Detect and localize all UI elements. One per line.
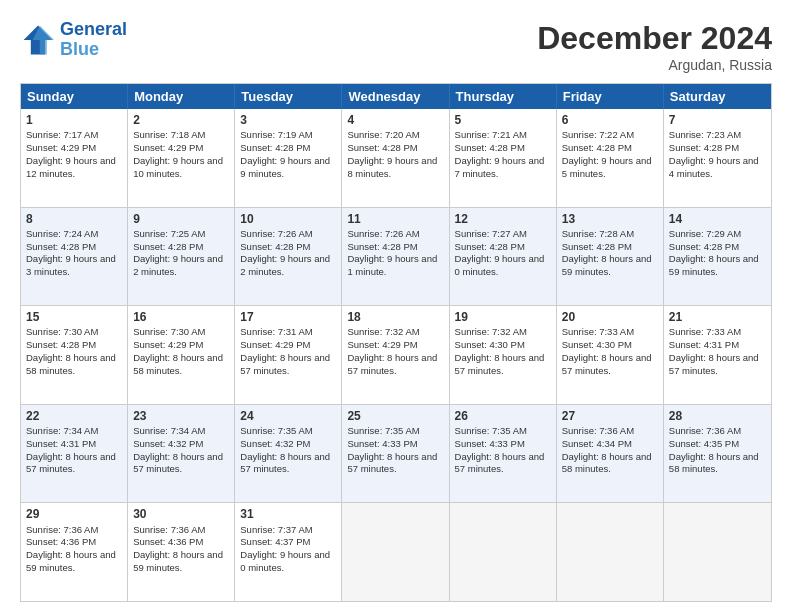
- calendar-cell: 23Sunrise: 7:34 AMSunset: 4:32 PMDayligh…: [128, 405, 235, 503]
- sunset-text: Sunset: 4:30 PM: [455, 339, 551, 352]
- calendar-cell: 6Sunrise: 7:22 AMSunset: 4:28 PMDaylight…: [557, 109, 664, 207]
- calendar-cell: 7Sunrise: 7:23 AMSunset: 4:28 PMDaylight…: [664, 109, 771, 207]
- daylight-text: Daylight: 9 hours and 7 minutes.: [455, 155, 551, 181]
- day-number: 27: [562, 408, 658, 424]
- calendar-cell: 19Sunrise: 7:32 AMSunset: 4:30 PMDayligh…: [450, 306, 557, 404]
- sunrise-text: Sunrise: 7:30 AM: [26, 326, 122, 339]
- sunset-text: Sunset: 4:28 PM: [240, 142, 336, 155]
- sunrise-text: Sunrise: 7:32 AM: [347, 326, 443, 339]
- daylight-text: Daylight: 9 hours and 9 minutes.: [240, 155, 336, 181]
- day-number: 18: [347, 309, 443, 325]
- sunset-text: Sunset: 4:28 PM: [26, 339, 122, 352]
- daylight-text: Daylight: 9 hours and 2 minutes.: [133, 253, 229, 279]
- daylight-text: Daylight: 8 hours and 58 minutes.: [133, 352, 229, 378]
- sunset-text: Sunset: 4:28 PM: [669, 142, 766, 155]
- calendar-cell: 9Sunrise: 7:25 AMSunset: 4:28 PMDaylight…: [128, 208, 235, 306]
- sunrise-text: Sunrise: 7:35 AM: [347, 425, 443, 438]
- day-number: 20: [562, 309, 658, 325]
- sunset-text: Sunset: 4:31 PM: [669, 339, 766, 352]
- calendar-cell: 17Sunrise: 7:31 AMSunset: 4:29 PMDayligh…: [235, 306, 342, 404]
- day-number: 24: [240, 408, 336, 424]
- header: General Blue December 2024 Argudan, Russ…: [20, 20, 772, 73]
- daylight-text: Daylight: 8 hours and 57 minutes.: [347, 451, 443, 477]
- sunset-text: Sunset: 4:32 PM: [133, 438, 229, 451]
- daylight-text: Daylight: 9 hours and 2 minutes.: [240, 253, 336, 279]
- sunrise-text: Sunrise: 7:33 AM: [562, 326, 658, 339]
- daylight-text: Daylight: 9 hours and 3 minutes.: [26, 253, 122, 279]
- daylight-text: Daylight: 8 hours and 57 minutes.: [347, 352, 443, 378]
- logo-icon: [20, 22, 56, 58]
- calendar-cell: 5Sunrise: 7:21 AMSunset: 4:28 PMDaylight…: [450, 109, 557, 207]
- daylight-text: Daylight: 8 hours and 59 minutes.: [26, 549, 122, 575]
- day-number: 23: [133, 408, 229, 424]
- calendar-cell-empty: [342, 503, 449, 601]
- calendar-row: 22Sunrise: 7:34 AMSunset: 4:31 PMDayligh…: [21, 405, 771, 504]
- sunset-text: Sunset: 4:31 PM: [26, 438, 122, 451]
- sunrise-text: Sunrise: 7:18 AM: [133, 129, 229, 142]
- calendar-cell: 13Sunrise: 7:28 AMSunset: 4:28 PMDayligh…: [557, 208, 664, 306]
- daylight-text: Daylight: 8 hours and 58 minutes.: [26, 352, 122, 378]
- calendar-cell: 27Sunrise: 7:36 AMSunset: 4:34 PMDayligh…: [557, 405, 664, 503]
- day-number: 8: [26, 211, 122, 227]
- sunset-text: Sunset: 4:37 PM: [240, 536, 336, 549]
- calendar: SundayMondayTuesdayWednesdayThursdayFrid…: [20, 83, 772, 602]
- sunrise-text: Sunrise: 7:35 AM: [455, 425, 551, 438]
- sunset-text: Sunset: 4:33 PM: [455, 438, 551, 451]
- sunrise-text: Sunrise: 7:29 AM: [669, 228, 766, 241]
- daylight-text: Daylight: 9 hours and 12 minutes.: [26, 155, 122, 181]
- calendar-header: SundayMondayTuesdayWednesdayThursdayFrid…: [21, 84, 771, 109]
- sunrise-text: Sunrise: 7:33 AM: [669, 326, 766, 339]
- day-number: 5: [455, 112, 551, 128]
- sunrise-text: Sunrise: 7:26 AM: [347, 228, 443, 241]
- sunset-text: Sunset: 4:35 PM: [669, 438, 766, 451]
- calendar-cell-empty: [664, 503, 771, 601]
- sunset-text: Sunset: 4:29 PM: [347, 339, 443, 352]
- calendar-cell: 24Sunrise: 7:35 AMSunset: 4:32 PMDayligh…: [235, 405, 342, 503]
- daylight-text: Daylight: 9 hours and 8 minutes.: [347, 155, 443, 181]
- sunset-text: Sunset: 4:34 PM: [562, 438, 658, 451]
- sunrise-text: Sunrise: 7:24 AM: [26, 228, 122, 241]
- daylight-text: Daylight: 8 hours and 58 minutes.: [562, 451, 658, 477]
- day-number: 19: [455, 309, 551, 325]
- daylight-text: Daylight: 8 hours and 57 minutes.: [455, 352, 551, 378]
- day-number: 14: [669, 211, 766, 227]
- day-number: 29: [26, 506, 122, 522]
- calendar-header-cell: Tuesday: [235, 84, 342, 109]
- calendar-cell: 28Sunrise: 7:36 AMSunset: 4:35 PMDayligh…: [664, 405, 771, 503]
- day-number: 2: [133, 112, 229, 128]
- sunset-text: Sunset: 4:29 PM: [133, 339, 229, 352]
- sunset-text: Sunset: 4:29 PM: [240, 339, 336, 352]
- calendar-cell: 10Sunrise: 7:26 AMSunset: 4:28 PMDayligh…: [235, 208, 342, 306]
- day-number: 3: [240, 112, 336, 128]
- page-title: December 2024: [537, 20, 772, 57]
- calendar-cell: 16Sunrise: 7:30 AMSunset: 4:29 PMDayligh…: [128, 306, 235, 404]
- sunrise-text: Sunrise: 7:31 AM: [240, 326, 336, 339]
- sunrise-text: Sunrise: 7:28 AM: [562, 228, 658, 241]
- daylight-text: Daylight: 8 hours and 57 minutes.: [562, 352, 658, 378]
- daylight-text: Daylight: 8 hours and 57 minutes.: [669, 352, 766, 378]
- calendar-row: 15Sunrise: 7:30 AMSunset: 4:28 PMDayligh…: [21, 306, 771, 405]
- day-number: 10: [240, 211, 336, 227]
- day-number: 17: [240, 309, 336, 325]
- calendar-row: 8Sunrise: 7:24 AMSunset: 4:28 PMDaylight…: [21, 208, 771, 307]
- calendar-cell: 20Sunrise: 7:33 AMSunset: 4:30 PMDayligh…: [557, 306, 664, 404]
- calendar-cell: 8Sunrise: 7:24 AMSunset: 4:28 PMDaylight…: [21, 208, 128, 306]
- sunset-text: Sunset: 4:28 PM: [133, 241, 229, 254]
- daylight-text: Daylight: 8 hours and 57 minutes.: [133, 451, 229, 477]
- daylight-text: Daylight: 8 hours and 57 minutes.: [455, 451, 551, 477]
- calendar-cell: 25Sunrise: 7:35 AMSunset: 4:33 PMDayligh…: [342, 405, 449, 503]
- calendar-cell: 22Sunrise: 7:34 AMSunset: 4:31 PMDayligh…: [21, 405, 128, 503]
- logo-text: General Blue: [60, 20, 127, 60]
- sunrise-text: Sunrise: 7:25 AM: [133, 228, 229, 241]
- calendar-cell: 31Sunrise: 7:37 AMSunset: 4:37 PMDayligh…: [235, 503, 342, 601]
- day-number: 9: [133, 211, 229, 227]
- calendar-cell: 18Sunrise: 7:32 AMSunset: 4:29 PMDayligh…: [342, 306, 449, 404]
- daylight-text: Daylight: 9 hours and 0 minutes.: [240, 549, 336, 575]
- calendar-body: 1Sunrise: 7:17 AMSunset: 4:29 PMDaylight…: [21, 109, 771, 601]
- sunrise-text: Sunrise: 7:26 AM: [240, 228, 336, 241]
- daylight-text: Daylight: 9 hours and 0 minutes.: [455, 253, 551, 279]
- sunset-text: Sunset: 4:33 PM: [347, 438, 443, 451]
- day-number: 4: [347, 112, 443, 128]
- sunset-text: Sunset: 4:28 PM: [347, 142, 443, 155]
- sunrise-text: Sunrise: 7:20 AM: [347, 129, 443, 142]
